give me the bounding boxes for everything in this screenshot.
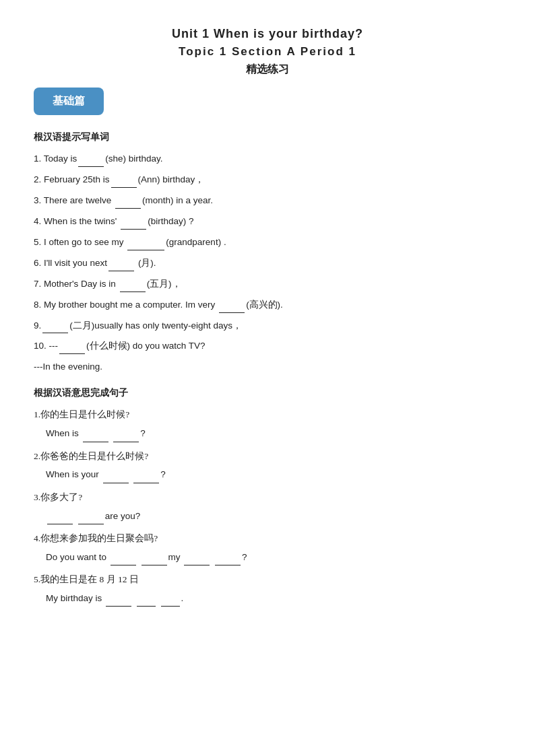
blank bbox=[141, 565, 167, 565]
exercise-item: 9.(二月)usually has only twenty-eight days… bbox=[34, 318, 501, 334]
blank bbox=[184, 565, 210, 565]
question-item: 4.你想来参加我的生日聚会吗? bbox=[34, 531, 501, 547]
blank bbox=[103, 483, 129, 483]
blank bbox=[59, 353, 85, 354]
question-sub: Do you want to my ? bbox=[46, 549, 501, 565]
question-sub: When is ? bbox=[46, 425, 501, 442]
exercise-item: 1. Today is(she) birthday. bbox=[34, 151, 501, 167]
blank bbox=[127, 250, 164, 250]
question-sub: When is your ? bbox=[46, 467, 501, 483]
blank bbox=[219, 312, 245, 313]
blank bbox=[78, 166, 104, 167]
blank bbox=[215, 565, 241, 565]
question-item: 1.你的生日是什么时候? bbox=[34, 407, 501, 423]
page-header: Unit 1 When is your birthday? Topic 1 Se… bbox=[34, 27, 501, 77]
blank bbox=[42, 333, 68, 333]
blank bbox=[83, 442, 108, 442]
section1: 根汉语提示写单词 1. Today is(she) birthday. 2. F… bbox=[34, 131, 501, 375]
question-sub: are you? bbox=[46, 508, 501, 524]
exercise-item: 10. ---(什么时候) do you watch TV? bbox=[34, 339, 501, 354]
blank bbox=[120, 291, 146, 292]
section2: 根据汉语意思完成句子 1.你的生日是什么时候? When is ? 2.你爸爸的… bbox=[34, 387, 501, 607]
exercise-item: 7. Mother's Day is in (五月)， bbox=[34, 277, 501, 292]
blank bbox=[111, 187, 137, 188]
exercise-item: 8. My brother bought me a computer. Im v… bbox=[34, 298, 501, 313]
blank bbox=[121, 229, 146, 230]
exercise-item: 3. There are twelve (month) in a year. bbox=[34, 193, 501, 209]
blank bbox=[108, 271, 134, 271]
exercise-item: 5. I often go to see my (grandparent) . bbox=[34, 235, 501, 250]
practice-title: 精选练习 bbox=[34, 63, 501, 77]
question-item: 3.你多大了? bbox=[34, 490, 501, 506]
question-sub: My birthday is . bbox=[46, 590, 501, 607]
subtitle: Topic 1 Section A Period 1 bbox=[34, 45, 501, 59]
main-title: Unit 1 When is your birthday? bbox=[34, 27, 501, 41]
blank bbox=[47, 524, 73, 524]
question-item: 2.你爸爸的生日是什么时候? bbox=[34, 449, 501, 465]
blank bbox=[115, 208, 141, 209]
blank bbox=[133, 483, 159, 483]
level-badge: 基础篇 bbox=[34, 88, 104, 115]
blank bbox=[106, 606, 131, 607]
exercise-item: 2. February 25th is(Ann) birthday， bbox=[34, 172, 501, 188]
exercise-item: 4. When is the twins' (birthday) ? bbox=[34, 214, 501, 230]
blank bbox=[113, 442, 139, 442]
exercise-item: 6. I'll visit you next (月). bbox=[34, 256, 501, 271]
blank bbox=[111, 565, 136, 565]
section2-title: 根据汉语意思完成句子 bbox=[34, 387, 501, 399]
section1-title: 根汉语提示写单词 bbox=[34, 131, 501, 143]
blank bbox=[78, 524, 104, 524]
blank bbox=[137, 606, 156, 607]
exercise-item: ---In the evening. bbox=[34, 359, 501, 375]
blank bbox=[161, 606, 180, 607]
question-item: 5.我的生日是在 8 月 12 日 bbox=[34, 572, 501, 588]
